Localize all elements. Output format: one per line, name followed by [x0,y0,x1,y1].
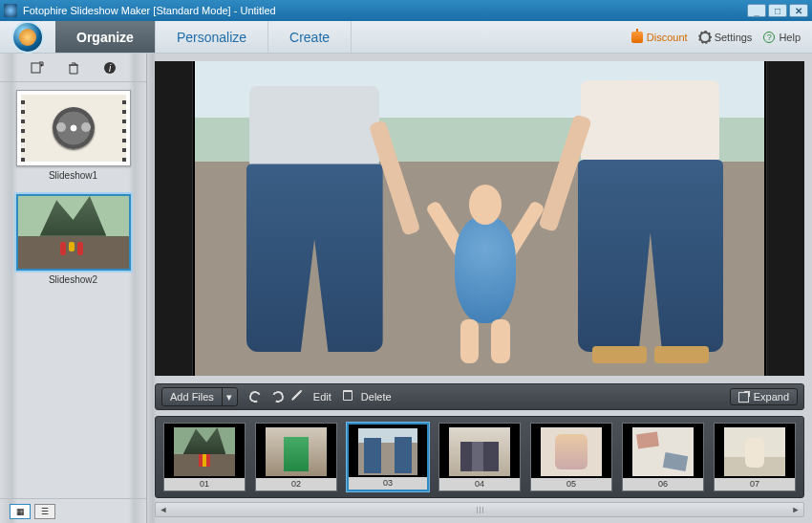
scroll-track[interactable]: ||| [171,503,788,516]
slideshow-list: Slideshow1 Slideshow2 [0,82,146,498]
thumbnail-number: 02 [256,478,336,490]
tab-personalize[interactable]: Personalize [156,21,268,53]
thumbnail-number: 06 [623,478,703,490]
preview-wrap [147,54,812,383]
gear-icon [699,32,711,43]
tab-personalize-label: Personalize [177,30,246,45]
discount-label: Discount [647,32,688,43]
preview-image [195,61,764,376]
slideshow-thumb [16,90,131,166]
thumbnail-07[interactable]: 07 [714,423,796,491]
settings-label: Settings [715,32,753,43]
tab-organize[interactable]: Organize [55,21,156,53]
thumbnail-05[interactable]: 05 [530,423,612,491]
help-button[interactable]: ? Help [763,32,801,43]
rotate-right-icon [270,389,285,403]
settings-button[interactable]: Settings [699,32,753,43]
close-button[interactable]: ✕ [789,4,808,17]
new-slideshow-icon [30,60,45,76]
app-logo-slot [0,21,55,53]
thumbnail-02[interactable]: 02 [255,423,337,491]
help-icon: ? [763,32,775,43]
sidebar: i Slideshow1 Slideshow2 ▦ [0,54,147,523]
info-button[interactable]: i [102,60,118,76]
thumbnail-image [724,427,785,476]
thumbnail-01[interactable]: 01 [163,423,246,491]
thumbnail-number: 05 [531,478,611,490]
app-icon [4,4,17,17]
view-list-button[interactable]: ☰ [34,504,55,519]
thumbnail-number: 07 [715,478,795,490]
expand-icon [738,392,749,403]
new-slideshow-button[interactable] [30,60,45,76]
letterbox-right [766,61,804,376]
thumbnail-image [266,427,327,476]
slideshow-thumb [16,194,131,271]
tab-create[interactable]: Create [268,21,352,53]
sidebar-tools: i [0,54,146,82]
add-files-button[interactable]: Add Files [162,388,222,405]
thumbnail-image [541,427,602,476]
add-files-label: Add Files [170,391,214,403]
scroll-grip-icon: ||| [467,505,494,514]
edit-button[interactable]: Edit [295,390,331,403]
tab-organize-label: Organize [76,30,134,45]
letterbox-left [155,61,193,376]
thumbnail-number: 04 [439,478,520,490]
thumbnail-06[interactable]: 06 [622,423,704,491]
header-tools: Discount Settings ? Help [631,21,812,53]
expand-label: Expand [754,391,789,403]
trash-icon [67,61,80,75]
thumbnail-image [358,428,417,475]
slideshow-item-2[interactable]: Slideshow2 [11,194,135,285]
slideshow-label: Slideshow1 [11,170,135,181]
minimize-button[interactable]: _ [747,4,766,17]
thumbnail-image [632,427,694,476]
figure-adult-left [229,86,400,363]
trash-icon [343,390,356,403]
edit-label: Edit [313,391,331,403]
view-toggle: ▦ ☰ [0,498,146,523]
main-tabs: Organize Personalize Create Discount Set… [0,21,812,54]
thumbnail-strip[interactable]: 01 02 03 04 05 [155,416,804,498]
svg-rect-0 [32,63,40,73]
thumbnail-image [174,427,235,476]
rotate-left-icon [247,389,262,403]
thumbnail-image [449,427,510,476]
film-reel-icon [53,107,95,149]
action-bar: Add Files ▾ Edit Delete [155,383,804,410]
thumbnail-number: 01 [164,478,245,490]
main-area: Add Files ▾ Edit Delete [147,54,812,523]
thumbnail-03[interactable]: 03 [347,423,429,491]
app-logo-icon [11,21,44,54]
delete-label: Delete [361,391,392,403]
rotate-right-button[interactable] [272,391,284,403]
delete-button[interactable]: Delete [343,390,392,403]
thumbnail-strip-wrap: 01 02 03 04 05 [147,410,812,500]
figure-adult-right [559,80,741,363]
chevron-down-icon: ▾ [226,391,232,403]
horizontal-scrollbar[interactable]: ◄ ||| ► [155,502,804,517]
delete-slideshow-button[interactable] [66,60,81,76]
gift-icon [631,32,643,43]
thumbnail-04[interactable]: 04 [438,423,521,491]
maximize-button[interactable]: □ [768,4,787,17]
scroll-left-button[interactable]: ◄ [156,505,171,514]
expand-button[interactable]: Expand [730,388,798,405]
thumbnail-number: 03 [349,477,427,490]
preview-viewport[interactable] [155,61,804,376]
pencil-icon [295,390,309,403]
slideshow-item-1[interactable]: Slideshow1 [11,90,135,181]
title-bar: Fotophire Slideshow Maker [Standard Mode… [0,0,812,21]
slideshow-label: Slideshow2 [11,274,135,285]
rotate-left-button[interactable] [249,391,261,403]
view-grid-button[interactable]: ▦ [10,504,31,519]
tab-create-label: Create [289,30,330,45]
add-files-split-button: Add Files ▾ [161,387,238,406]
scroll-right-button[interactable]: ► [788,505,803,514]
add-files-dropdown[interactable]: ▾ [222,388,237,405]
help-label: Help [779,32,801,43]
figure-child [434,181,536,363]
window-title: Fotophire Slideshow Maker [Standard Mode… [23,5,745,16]
discount-button[interactable]: Discount [631,32,688,43]
